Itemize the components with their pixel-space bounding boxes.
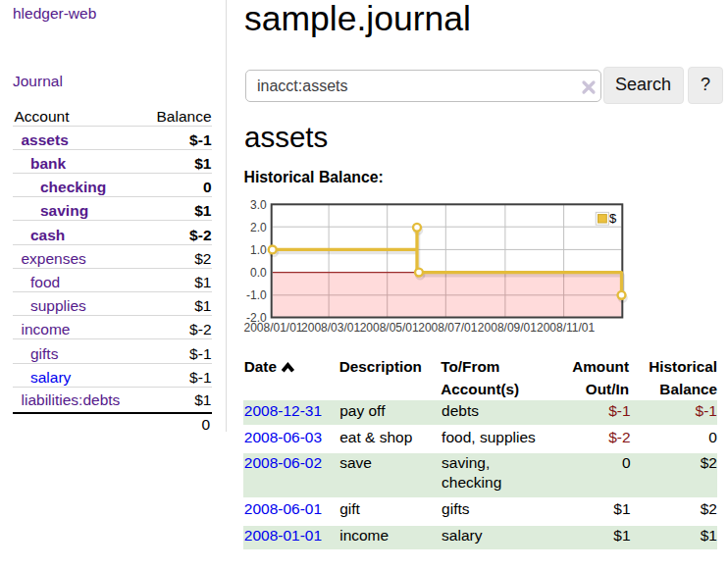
svg-text:2.0: 2.0	[250, 221, 267, 234]
svg-text:1.0: 1.0	[250, 243, 267, 257]
svg-text:3.0: 3.0	[250, 198, 267, 212]
svg-text:0.0: 0.0	[250, 266, 267, 280]
svg-text:2008/09/01: 2008/09/01	[478, 321, 537, 335]
svg-text:2008/11/01: 2008/11/01	[537, 321, 595, 335]
svg-text:2008/01/01: 2008/01/01	[243, 321, 302, 335]
svg-text:2008/07/01: 2008/07/01	[418, 321, 477, 335]
svg-text:$: $	[609, 211, 617, 226]
svg-text:-1.0: -1.0	[246, 288, 267, 302]
svg-text:2008/03/01: 2008/03/01	[301, 321, 360, 335]
svg-text:2008/05/01: 2008/05/01	[360, 321, 419, 335]
